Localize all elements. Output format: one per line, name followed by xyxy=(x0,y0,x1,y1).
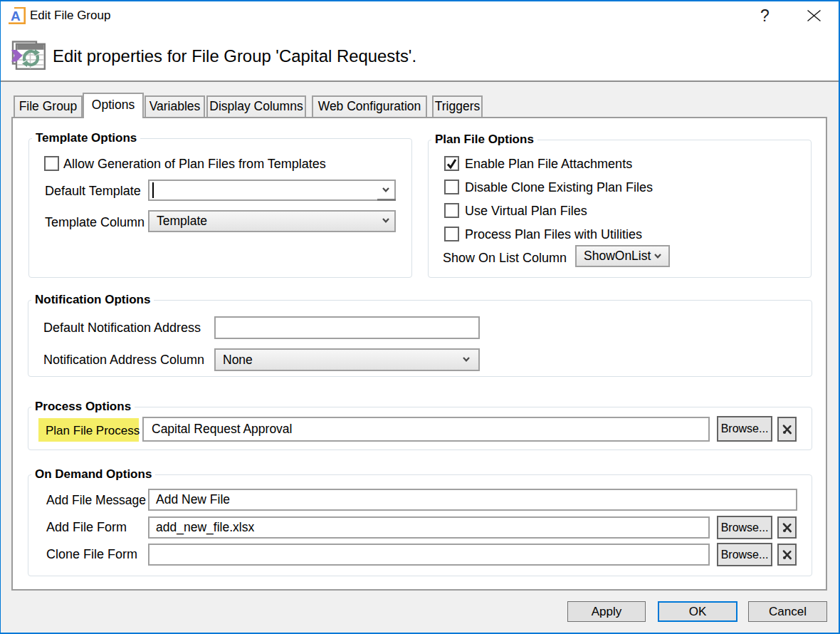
svg-text:A: A xyxy=(11,9,21,24)
